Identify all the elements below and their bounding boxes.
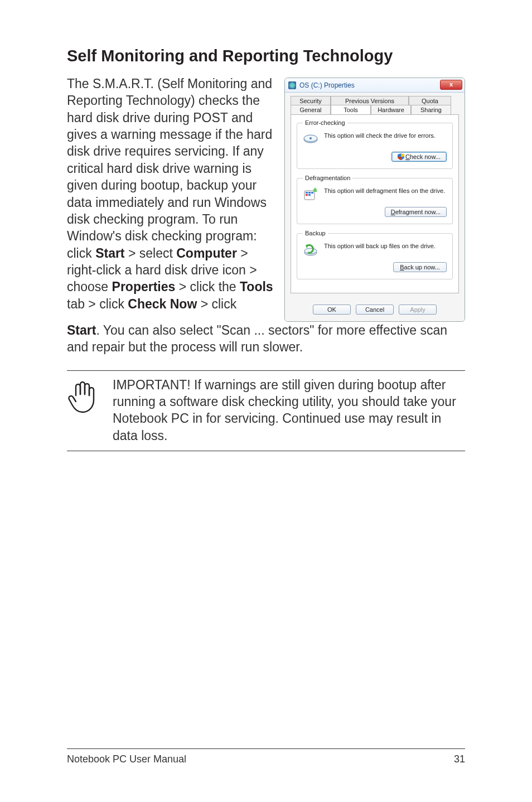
svg-rect-4: [306, 192, 308, 194]
tab-tools[interactable]: Tools: [331, 105, 371, 114]
body-text-1b: > select: [125, 246, 177, 260]
drive-icon: [288, 81, 296, 89]
close-button[interactable]: x: [440, 80, 462, 90]
kw-tools: Tools: [240, 279, 273, 294]
tab-quota[interactable]: Quota: [409, 96, 451, 105]
hand-stop-icon: [67, 376, 100, 444]
tab-general[interactable]: General: [291, 105, 331, 114]
tab-previous-versions[interactable]: Previous Versions: [331, 96, 409, 105]
svg-point-2: [309, 137, 312, 139]
body-paragraph-wrapped: The S.M.A.R.T. (Self Monitoring and Repo…: [67, 75, 274, 312]
properties-dialog: OS (C:) Properties x Security Previous V…: [284, 78, 465, 322]
body-text-1a: The S.M.A.R.T. (Self Monitoring and Repo…: [67, 76, 272, 260]
section-heading: Self Monitoring and Reporting Technology: [67, 0, 465, 65]
dialog-footer: OK Cancel Apply: [285, 299, 465, 321]
kw-start2: Start: [67, 323, 96, 337]
error-checking-text: This option will check the drive for err…: [324, 132, 447, 139]
legend-backup: Backup: [303, 230, 328, 236]
footer-title: Notebook PC User Manual: [67, 753, 186, 765]
dialog-titlebar: OS (C:) Properties x: [285, 78, 465, 93]
important-note-text: IMPORTANT! If warnings are still given d…: [113, 376, 465, 444]
body-paragraph-continued: Start. You can also select "Scan ... sec…: [67, 322, 465, 356]
tab-content-tools: Error-checking This option will check th…: [291, 114, 459, 293]
ok-button[interactable]: OK: [313, 305, 351, 315]
backup-mnemonic: B: [400, 264, 404, 270]
page-footer: Notebook PC User Manual 31: [67, 748, 465, 765]
check-now-rest: heck now...: [410, 153, 441, 160]
disk-check-icon: [303, 132, 318, 147]
check-now-button[interactable]: Check now...: [391, 152, 447, 162]
legend-error-checking: Error-checking: [303, 119, 347, 126]
body-text-1f: > click: [197, 297, 236, 311]
svg-rect-8: [308, 194, 311, 196]
page-number: 31: [454, 753, 465, 765]
apply-button[interactable]: Apply: [399, 305, 437, 315]
body-text-1e: tab > click: [67, 297, 128, 311]
svg-rect-6: [311, 192, 313, 194]
kw-checknow: Check Now: [128, 297, 197, 311]
svg-rect-5: [308, 192, 311, 194]
group-error-checking: Error-checking This option will check th…: [297, 119, 453, 169]
defrag-icon: [303, 187, 318, 202]
group-defragmentation: Defragmentation This option will defragm…: [297, 175, 453, 224]
check-now-mnemonic: C: [405, 153, 410, 160]
kw-properties: Properties: [112, 279, 176, 294]
backup-now-button[interactable]: Back up now...: [393, 262, 447, 272]
defrag-rest: efragment now...: [395, 209, 441, 215]
defrag-text: This option will defragment files on the…: [324, 187, 447, 195]
tab-security[interactable]: Security: [291, 96, 331, 105]
defrag-mnemonic: D: [391, 209, 395, 215]
body-text-1d: > click the: [175, 279, 240, 294]
legend-defragmentation: Defragmentation: [303, 175, 352, 181]
defragment-now-button[interactable]: Defragment now...: [385, 207, 447, 217]
kw-computer: Computer: [176, 246, 237, 260]
backup-icon: [303, 242, 318, 258]
backup-text: This option will back up files on the dr…: [324, 242, 447, 250]
body-text-1g: . You can also select "Scan ... sectors"…: [67, 323, 447, 354]
group-backup: Backup This option will back up files on…: [297, 230, 453, 279]
tab-sharing[interactable]: Sharing: [411, 105, 451, 114]
kw-start: Start: [95, 246, 124, 260]
important-note: IMPORTANT! If warnings are still given d…: [67, 370, 465, 451]
cancel-button[interactable]: Cancel: [356, 305, 394, 315]
svg-rect-7: [306, 194, 308, 196]
tab-hardware[interactable]: Hardware: [371, 105, 411, 114]
backup-rest: ack up now...: [404, 264, 440, 270]
dialog-title: OS (C:) Properties: [299, 81, 355, 89]
uac-shield-icon: [398, 153, 404, 160]
